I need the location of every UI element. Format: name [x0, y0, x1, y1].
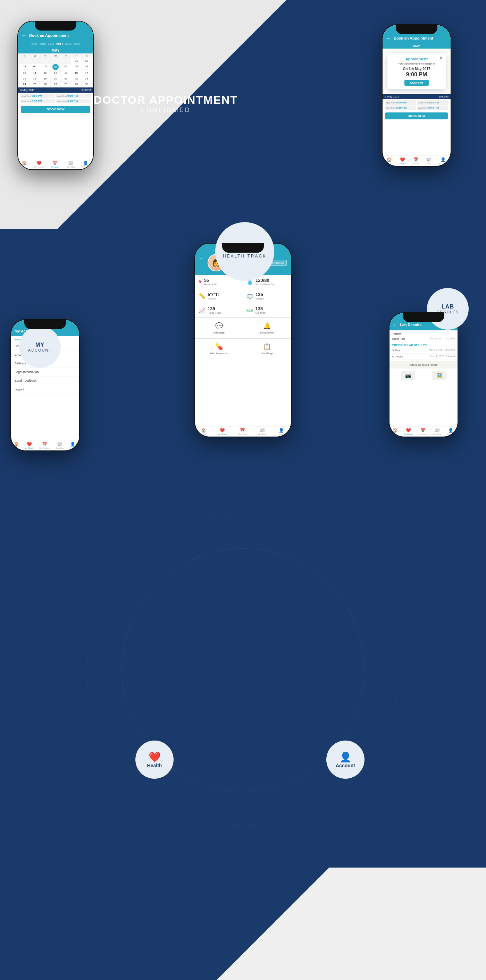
heart-rate-label: Heart Rate: [204, 283, 218, 286]
camera-upload-btn[interactable]: 📷: [401, 371, 415, 380]
health-icon-bottom: ❤️: [148, 751, 161, 763]
nav-blog-4[interactable]: 📰Our Blog: [56, 442, 64, 449]
lab-item-blood-test[interactable]: Blood Test July 18, 2017 14:02 PM: [389, 336, 457, 342]
nav-account-3[interactable]: 👤Account: [278, 428, 285, 435]
blogs-label: Our Blogs: [261, 352, 273, 355]
modal-date: On 6th May 2017: [391, 67, 442, 71]
prev-label: PREVIOUS LAB RESULTS: [389, 342, 457, 347]
action-notification[interactable]: 🔔 Notification: [243, 318, 291, 338]
heart-icon: ♥: [199, 278, 202, 285]
bottom-nav-2: 🏠Home ❤️Health 📅Appts 📰Blog 👤Account: [382, 156, 451, 166]
metric-pulse: 📈 135 Pulse Rate: [195, 303, 243, 318]
account-icon-bottom: 👤: [339, 751, 352, 763]
metric-calories: kcal 135 Calories: [243, 303, 291, 318]
back-arrow-5[interactable]: ←: [393, 322, 398, 328]
blood-pressure-value: 120/80: [255, 278, 275, 283]
nav-blog-3[interactable]: 📰Our Blog: [258, 428, 267, 435]
bottom-nav-5: 🏠Home ❤️My Health 📅My Appts 📰Our Blog 👤A…: [389, 426, 457, 437]
legal-info[interactable]: Legal Information: [11, 368, 79, 377]
blood-pressure-label: Blood Pressure: [255, 283, 275, 286]
nav-health-1[interactable]: ❤️My Health: [34, 161, 44, 168]
metric-weight: ⚖️ 135 Weight: [243, 289, 291, 303]
nav-appts-1[interactable]: 📅My Appts: [51, 161, 59, 168]
action-message[interactable]: 💬 Message: [195, 318, 243, 338]
my-account-circle: MY ACCOUNT: [19, 326, 61, 368]
today-label: TODAY: [389, 330, 457, 336]
logout[interactable]: Logout: [11, 385, 79, 394]
nav-health-5[interactable]: ❤️My Health: [404, 428, 413, 435]
pulse-icon: 📈: [199, 307, 206, 314]
nav-appts-5[interactable]: 📅My Appts: [419, 428, 427, 435]
nav-account-1[interactable]: 👤Account: [82, 161, 89, 168]
calories-label: Calories: [255, 311, 265, 314]
my-account-badge-line2: ACCOUNT: [28, 348, 52, 352]
back-arrow-1[interactable]: ←: [22, 33, 26, 38]
nav-home-1[interactable]: 🏠Home: [22, 161, 27, 168]
lab-add-record[interactable]: Add a lab result record: [389, 361, 457, 369]
my-account-badge-line1: MY: [35, 342, 45, 348]
doc-appt-title: DOCTOR APPOINTMENT: [94, 94, 238, 107]
phone1-header: Book an Appointment: [29, 33, 69, 38]
page: ← Book an Appointment 2014 2015 2016 201…: [0, 0, 486, 980]
patient-track-sub: HEALTH TRACK: [223, 254, 267, 259]
book-now-btn-2[interactable]: BOOK NOW: [385, 113, 448, 119]
health-label-bottom: Health: [147, 763, 162, 768]
cal-grid-1: S M T W T F S 01 02 03: [18, 53, 93, 88]
nav-health-2[interactable]: ❤️Health: [400, 157, 405, 164]
nav-home-3[interactable]: 🏠Home: [201, 428, 206, 435]
book-now-btn-1[interactable]: BOOK NOW: [21, 106, 90, 113]
confirm-modal: ✕ Appoinment Your Appointment will begin…: [387, 53, 446, 89]
nav-health-4[interactable]: ❤️My Health: [25, 442, 34, 449]
nav-appts-3[interactable]: 📅My Appts: [238, 428, 247, 435]
message-label: Message: [214, 331, 225, 334]
nav-appts-4[interactable]: 📅My Account: [39, 442, 50, 449]
nav-home-5[interactable]: 🏠Home: [392, 428, 398, 435]
modal-close[interactable]: ✕: [440, 56, 443, 60]
nav-blog-2[interactable]: 📰Blog: [426, 157, 432, 164]
back-arrow-3[interactable]: ←: [199, 255, 204, 261]
send-feedback[interactable]: Send Feedback: [11, 377, 79, 385]
phone-1: ← Book an Appointment 2014 2015 2016 201…: [18, 21, 94, 170]
action-blogs[interactable]: 📋 Our Blogs: [243, 339, 291, 359]
nav-blog-1[interactable]: 📰Our Blog: [67, 161, 75, 168]
account-label-bottom: Account: [336, 763, 355, 768]
modal-title: Appoinment: [391, 57, 442, 61]
appt-date-bar-1: 6 May 2017 9:00PM: [18, 88, 93, 93]
nav-account-2[interactable]: 👤Account: [439, 157, 447, 164]
cal-year-row: 2014 2015 2016 2017 2018 2019: [18, 41, 93, 47]
nav-health-3[interactable]: ❤️My Health: [218, 428, 227, 435]
bottom-nav-3: 🏠Home ❤️My Health 📅My Appts 📰Our Blog 👤A…: [195, 426, 291, 437]
height-icon: 📏: [199, 293, 206, 299]
health-actions: 💬 Message 🔔 Notification 💊 Pills Reminde…: [195, 318, 291, 359]
month-label-1: MAY: [18, 47, 93, 53]
confirm-btn[interactable]: CONFIRM: [405, 80, 429, 86]
lab-item-xray[interactable]: X Ray May 10, 2017 14:02 PM: [389, 347, 457, 354]
nav-account-4[interactable]: 👤Account: [69, 442, 77, 449]
weight-value: 135: [255, 292, 264, 297]
height-value: 5'7"ft: [207, 292, 219, 297]
nav-home-4[interactable]: 🏠Home: [14, 442, 19, 449]
lab-upload-row: 📷 🖼️: [389, 370, 457, 381]
modal-time: 9:00 PM: [391, 72, 442, 78]
appt-times-1: Appt Time 9:00 PM Appt Time 9:15 PM Appt…: [18, 93, 93, 105]
calories-icon: kcal: [247, 309, 253, 312]
phone2-header: Book an Appointment: [394, 36, 433, 40]
phone-2: ← Book an Appointment MAY ✕ Appoinment Y…: [382, 24, 451, 167]
nav-blog-5[interactable]: 📰Our Blog: [433, 428, 441, 435]
gallery-upload-btn[interactable]: 🖼️: [432, 371, 446, 380]
health-circle-bottom: ❤️ Health: [135, 741, 174, 779]
nav-home-2[interactable]: 🏠Home: [386, 157, 392, 164]
back-arrow-2[interactable]: ←: [386, 35, 391, 41]
weight-label: Weight: [255, 297, 264, 300]
pulse-value: 135: [207, 306, 221, 311]
health-metrics: ♥ 56 Heart Rate 💧 120/80 Blood Pressure: [195, 275, 291, 318]
doc-appt-sub: CONFIRMED: [94, 107, 238, 114]
lab-item-ctscan[interactable]: CT Scan Jan 14, 2017 11:44 AM: [389, 354, 457, 360]
lab-header-title: Lab Results: [400, 323, 421, 327]
nav-account-5[interactable]: 👤Account: [447, 428, 455, 435]
height-label: Height: [207, 297, 219, 300]
metric-height: 📏 5'7"ft Height: [195, 289, 243, 303]
nav-appts-2[interactable]: 📅Appts: [413, 157, 419, 164]
pills-label: Pills Reminder: [210, 352, 228, 355]
action-pills[interactable]: 💊 Pills Reminder: [195, 339, 243, 359]
